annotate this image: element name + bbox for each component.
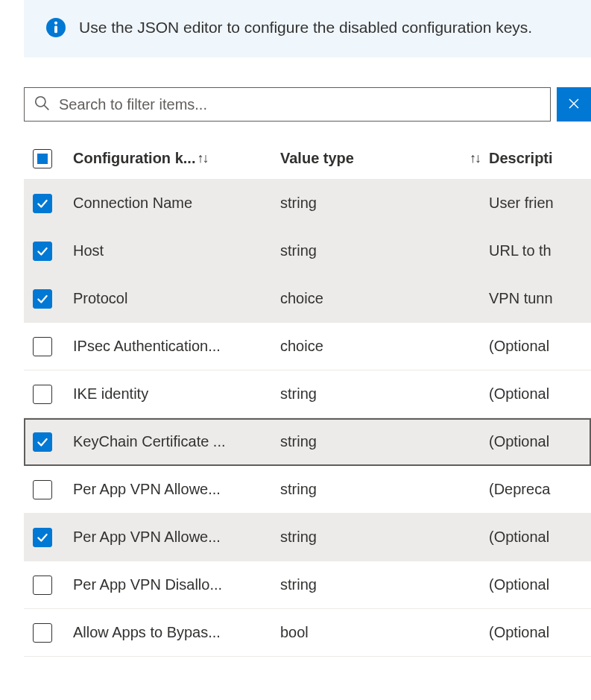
close-icon	[568, 96, 580, 113]
select-all-checkbox[interactable]	[33, 149, 52, 168]
column-header-type-label: Value type	[280, 150, 354, 167]
clear-search-button[interactable]	[557, 87, 591, 122]
row-key: KeyChain Certificate ...	[73, 433, 280, 450]
row-checkbox[interactable]	[33, 623, 52, 643]
table-row[interactable]: Per App VPN Allowe...string(Optional	[24, 514, 591, 561]
row-checkbox[interactable]	[33, 528, 52, 547]
row-checkbox[interactable]	[33, 289, 52, 309]
column-header-desc-label: Descripti	[489, 150, 553, 167]
table-row[interactable]: Allow Apps to Bypas...bool(Optional	[24, 609, 591, 657]
row-key: Connection Name	[73, 195, 280, 212]
svg-rect-2	[54, 26, 57, 34]
row-key: IKE identity	[73, 385, 280, 403]
row-desc: (Optional	[489, 624, 591, 641]
table-row[interactable]: IPsec Authentication...choice(Optional	[24, 323, 591, 371]
info-banner-text: Use the JSON editor to configure the dis…	[79, 16, 532, 39]
table-row[interactable]: Connection NamestringUser frien	[24, 180, 591, 227]
svg-point-1	[54, 22, 57, 25]
row-key: Per App VPN Disallo...	[73, 576, 280, 593]
table-row[interactable]: KeyChain Certificate ...string(Optional	[24, 418, 591, 466]
svg-line-4	[45, 105, 48, 109]
table-row[interactable]: HoststringURL to th	[24, 227, 591, 275]
table-row[interactable]: Per App VPN Disallo...string(Optional	[24, 561, 591, 609]
row-type: choice	[280, 290, 489, 307]
table-row[interactable]: ProtocolchoiceVPN tunn	[24, 275, 591, 323]
column-header-desc[interactable]: Descripti	[489, 150, 591, 167]
row-checkbox[interactable]	[33, 432, 52, 452]
sort-icon: ↑↓	[470, 151, 480, 166]
row-type: bool	[280, 624, 489, 641]
column-header-key-label: Configuration k...	[73, 150, 195, 167]
column-header-key[interactable]: Configuration k... ↑↓	[73, 150, 280, 167]
column-header-type[interactable]: Value type ↑↓	[280, 150, 489, 167]
row-key: IPsec Authentication...	[73, 338, 280, 355]
row-type: string	[280, 576, 489, 593]
table-header: Configuration k... ↑↓ Value type ↑↓ Desc…	[24, 138, 591, 180]
row-type: string	[280, 481, 489, 498]
row-desc: (Depreca	[489, 481, 591, 498]
row-checkbox[interactable]	[33, 194, 52, 213]
row-desc: (Optional	[489, 433, 591, 450]
row-type: string	[280, 433, 489, 450]
search-input[interactable]	[57, 95, 541, 114]
search-box[interactable]	[24, 87, 551, 122]
search-icon	[34, 95, 50, 115]
table-row[interactable]: IKE identitystring(Optional	[24, 371, 591, 418]
info-icon	[46, 18, 66, 41]
row-checkbox[interactable]	[33, 385, 52, 404]
row-key: Allow Apps to Bypas...	[73, 624, 280, 641]
table-row[interactable]: Per App VPN Allowe...string(Depreca	[24, 466, 591, 514]
search-row	[24, 87, 591, 122]
row-desc: (Optional	[489, 385, 591, 403]
row-desc: VPN tunn	[489, 290, 591, 307]
row-key: Host	[73, 242, 280, 259]
row-checkbox[interactable]	[33, 242, 52, 261]
row-type: string	[280, 195, 489, 212]
row-checkbox[interactable]	[33, 480, 52, 499]
config-table: Configuration k... ↑↓ Value type ↑↓ Desc…	[24, 138, 591, 657]
row-desc: (Optional	[489, 338, 591, 355]
row-key: Protocol	[73, 290, 280, 307]
row-desc: User frien	[489, 195, 591, 212]
row-key: Per App VPN Allowe...	[73, 481, 280, 498]
row-desc: URL to th	[489, 242, 591, 259]
row-type: string	[280, 385, 489, 403]
row-desc: (Optional	[489, 529, 591, 546]
sort-icon: ↑↓	[197, 151, 207, 166]
row-key: Per App VPN Allowe...	[73, 529, 280, 546]
row-type: string	[280, 242, 489, 259]
row-checkbox[interactable]	[33, 576, 52, 595]
row-checkbox[interactable]	[33, 337, 52, 356]
row-desc: (Optional	[489, 576, 591, 593]
row-type: choice	[280, 338, 489, 355]
row-type: string	[280, 529, 489, 546]
info-banner: Use the JSON editor to configure the dis…	[24, 0, 591, 57]
